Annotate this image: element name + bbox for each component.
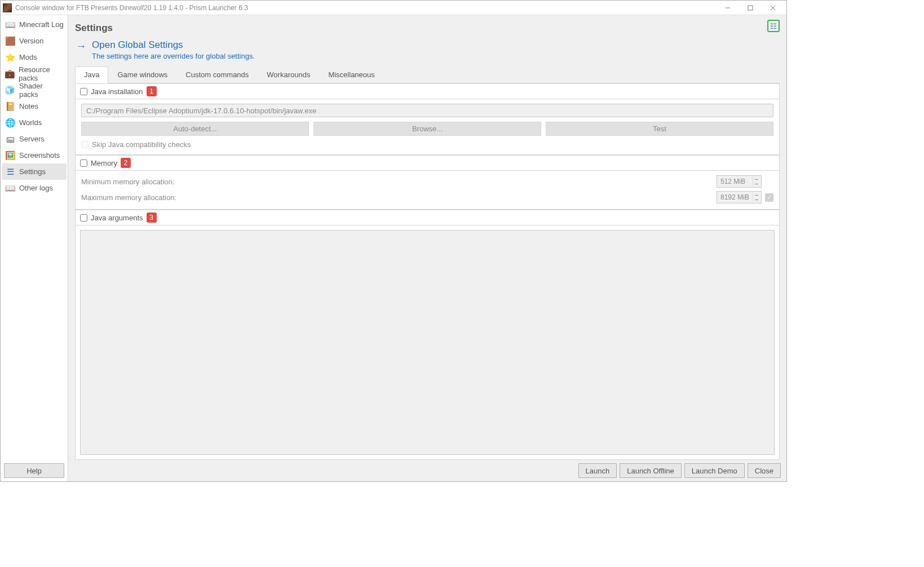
java-installation-label: Java installation: [91, 87, 143, 96]
sidebar-item-label: Worlds: [19, 118, 42, 127]
sidebar-item-mods[interactable]: ⭐Mods: [2, 49, 67, 65]
memory-header: Memory 2: [75, 155, 780, 171]
annotation-badge-3: 3: [147, 212, 157, 223]
version-icon: 🟫: [5, 36, 16, 47]
tab-custom-commands[interactable]: Custom commands: [176, 67, 258, 83]
help-button[interactable]: Help: [4, 463, 64, 478]
auto-detect-button[interactable]: Auto-detect...: [81, 122, 309, 136]
sidebar-item-label: Settings: [19, 167, 46, 176]
sidebar-item-label: Version: [19, 37, 43, 45]
book-icon: 📖: [5, 19, 16, 30]
app-icon: [3, 3, 12, 12]
launch-offline-button[interactable]: Launch Offline: [620, 463, 682, 478]
min-memory-label: Minimum memory allocation:: [81, 178, 174, 186]
sidebar-item-label: Other logs: [19, 184, 53, 192]
launch-button[interactable]: Launch: [578, 463, 617, 478]
sidebar-item-resource-packs[interactable]: 💼Resource packs: [2, 65, 67, 82]
java-installation-body: Auto-detect... Browse... Test Skip Java …: [75, 99, 780, 155]
java-installation-header: Java installation 1: [75, 83, 780, 99]
tab-game-windows[interactable]: Game windows: [108, 67, 176, 83]
minimize-button[interactable]: [717, 2, 739, 14]
sidebar: 📖Minecraft Log 🟫Version ⭐Mods 💼Resource …: [1, 15, 68, 481]
launch-demo-button[interactable]: Launch Demo: [684, 463, 745, 478]
window-title: Console window for FTB Presents Direwolf…: [15, 4, 717, 12]
sidebar-item-version[interactable]: 🟫Version: [2, 33, 67, 49]
annotation-badge-2: 2: [121, 158, 131, 168]
max-memory-check[interactable]: ✓: [765, 193, 773, 202]
sidebar-item-other-logs[interactable]: 📖Other logs: [2, 180, 67, 196]
sidebar-item-label: Notes: [19, 102, 38, 110]
settings-list-icon[interactable]: ☷: [767, 20, 780, 32]
sidebar-item-label: Minecraft Log: [19, 20, 64, 29]
sidebar-item-shader-packs[interactable]: 🧊Shader packs: [2, 82, 67, 98]
max-memory-label: Maximum memory allocation:: [81, 193, 176, 202]
memory-label: Memory: [91, 159, 117, 167]
tab-workarounds[interactable]: Workarounds: [258, 67, 319, 83]
sidebar-item-notes[interactable]: 📔Notes: [2, 98, 67, 114]
memory-body: Minimum memory allocation: 512 MiB Maxim…: [75, 171, 780, 210]
global-settings-label: Open Global Settings: [92, 39, 255, 51]
close-button[interactable]: [762, 2, 784, 14]
sidebar-item-label: Shader packs: [19, 82, 64, 99]
java-arguments-checkbox[interactable]: [80, 214, 87, 222]
tab-java[interactable]: Java: [75, 67, 108, 83]
book-icon: 📖: [5, 183, 16, 194]
sidebar-item-label: Resource packs: [19, 65, 64, 82]
browse-button[interactable]: Browse...: [313, 122, 541, 136]
briefcase-icon: 💼: [5, 68, 15, 79]
min-memory-spinner[interactable]: 512 MiB: [717, 175, 762, 188]
notes-icon: 📔: [5, 101, 16, 112]
java-arguments-textarea[interactable]: [80, 230, 775, 455]
sidebar-item-servers[interactable]: 🖴Servers: [2, 131, 67, 147]
settings-icon: ☰: [5, 166, 16, 178]
svg-rect-1: [748, 6, 753, 10]
cube-icon: 🧊: [5, 85, 16, 96]
page-title: Settings: [75, 23, 113, 34]
footer: Launch Launch Offline Launch Demo Close: [68, 460, 786, 481]
memory-checkbox[interactable]: [80, 160, 87, 167]
server-icon: 🖴: [5, 134, 16, 145]
test-button[interactable]: Test: [546, 122, 773, 136]
titlebar: Console window for FTB Presents Direwolf…: [1, 1, 786, 15]
sidebar-item-label: Servers: [19, 135, 45, 143]
tab-miscellaneous[interactable]: Miscellaneous: [319, 67, 383, 83]
settings-tabs: Java Game windows Custom commands Workar…: [75, 66, 780, 83]
max-memory-spinner[interactable]: 8192 MiB: [717, 191, 762, 203]
global-settings-sub: The settings here are overrides for glob…: [92, 52, 255, 60]
arrow-right-icon: →: [76, 41, 86, 52]
annotation-badge-1: 1: [147, 86, 157, 96]
skip-compat-label: Skip Java compatibility checks: [92, 140, 191, 149]
star-icon: ⭐: [5, 52, 16, 63]
close-footer-button[interactable]: Close: [748, 463, 781, 478]
sidebar-item-label: Mods: [19, 53, 37, 61]
maximize-button[interactable]: [739, 2, 762, 14]
globe-icon: 🌐: [5, 117, 16, 129]
image-icon: 🖼️: [5, 150, 16, 161]
java-arguments-label: Java arguments: [91, 214, 143, 222]
sidebar-item-minecraft-log[interactable]: 📖Minecraft Log: [2, 16, 67, 33]
sidebar-item-worlds[interactable]: 🌐Worlds: [2, 114, 67, 131]
java-arguments-body: [75, 225, 780, 460]
skip-compat-checkbox[interactable]: [81, 141, 89, 148]
java-arguments-header: Java arguments 3: [75, 210, 780, 225]
sidebar-item-settings[interactable]: ☰Settings: [2, 163, 67, 180]
open-global-settings-link[interactable]: → Open Global Settings The settings here…: [75, 39, 780, 60]
sidebar-item-screenshots[interactable]: 🖼️Screenshots: [2, 147, 67, 163]
java-installation-checkbox[interactable]: [80, 88, 87, 95]
sidebar-item-label: Screenshots: [19, 151, 60, 160]
java-path-input[interactable]: [81, 104, 773, 117]
